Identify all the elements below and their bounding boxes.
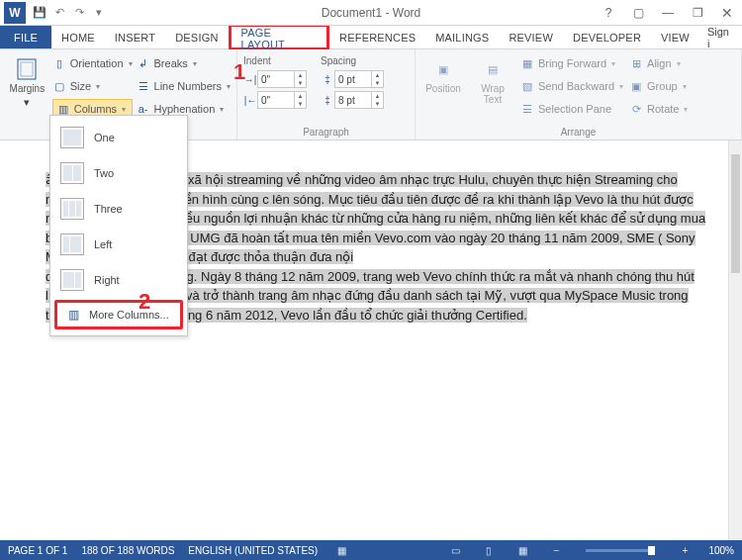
wrap-text-button[interactable]: ▤ Wrap Text	[471, 53, 514, 119]
columns-two-icon	[60, 162, 84, 184]
bring-forward-icon: ▦	[520, 56, 534, 70]
columns-one[interactable]: One	[50, 120, 187, 155]
minimize-button[interactable]: —	[653, 2, 683, 24]
tab-mailings[interactable]: MAILINGS	[425, 26, 499, 48]
paragraph-group-label: Paragraph	[237, 127, 415, 138]
ribbon-display-icon[interactable]: ▢	[623, 2, 653, 24]
breaks-icon: ↲	[137, 56, 150, 70]
tab-view[interactable]: VIEW	[651, 26, 699, 48]
tab-home[interactable]: HOME	[51, 26, 105, 48]
spacing-label: Spacing	[321, 55, 384, 66]
close-button[interactable]: ✕	[712, 2, 742, 24]
margins-icon	[13, 57, 41, 81]
tab-design[interactable]: DESIGN	[165, 26, 228, 48]
status-bar: PAGE 1 OF 1 188 OF 188 WORDS ENGLISH (UN…	[0, 540, 742, 560]
qat-customize-icon[interactable]: ▾	[89, 3, 109, 23]
svg-rect-1	[21, 62, 33, 76]
more-columns-icon: ▥	[65, 309, 81, 321]
size-icon: ▢	[52, 79, 66, 93]
position-button[interactable]: ▣ Position	[421, 53, 465, 119]
qat-save-icon[interactable]: 💾	[30, 3, 49, 23]
tab-developer[interactable]: DEVELOPER	[563, 26, 651, 48]
indent-right-icon: |←	[243, 93, 257, 107]
line-numbers-icon: ☰	[137, 79, 150, 93]
spacing-after-spinner[interactable]: ‡8 pt▲▼	[321, 91, 384, 109]
chevron-down-icon: ▾	[24, 96, 30, 109]
align-icon: ⊞	[629, 56, 643, 70]
line-numbers-button[interactable]: ☰Line Numbers▾	[137, 76, 231, 96]
send-backward-icon: ▧	[520, 79, 534, 93]
status-words[interactable]: 188 OF 188 WORDS	[81, 545, 174, 556]
indent-left-spinner[interactable]: →|0"▲▼	[243, 70, 307, 88]
size-button[interactable]: ▢Size▾	[52, 76, 133, 96]
view-read-icon[interactable]: ▭	[445, 545, 465, 556]
indent-label: Indent	[243, 55, 307, 66]
indent-right-spinner[interactable]: |←0"▲▼	[243, 91, 307, 109]
hyphenation-icon: a-	[137, 102, 150, 116]
align-button[interactable]: ⊞Align▾	[629, 53, 688, 73]
ribbon-tabs: FILE HOME INSERT DESIGN PAGE LAYOUT REFE…	[0, 26, 742, 49]
view-web-icon[interactable]: ▦	[512, 545, 532, 556]
spacing-before-icon: ‡	[321, 72, 334, 86]
group-icon: ▣	[629, 79, 643, 93]
status-language[interactable]: ENGLISH (UNITED STATES)	[188, 545, 318, 556]
zoom-in-button[interactable]: +	[675, 545, 695, 556]
zoom-slider[interactable]	[586, 549, 655, 552]
columns-right[interactable]: Right	[50, 262, 187, 298]
orientation-button[interactable]: ▯Orientation▾	[52, 53, 133, 73]
columns-three-icon	[60, 198, 84, 220]
zoom-level[interactable]: 100%	[708, 545, 734, 556]
view-print-icon[interactable]: ▯	[479, 545, 499, 556]
columns-left[interactable]: Left	[50, 227, 187, 262]
title-bar: W 💾 ↶ ↷ ▾ Document1 - Word ? ▢ — ❐ ✕	[0, 0, 742, 26]
selection-pane-button[interactable]: ☰Selection Pane	[520, 99, 623, 119]
rotate-icon: ⟳	[629, 102, 643, 116]
columns-icon: ▥	[56, 102, 70, 116]
group-button[interactable]: ▣Group▾	[629, 76, 688, 96]
breaks-button[interactable]: ↲Breaks▾	[137, 53, 231, 73]
status-page[interactable]: PAGE 1 OF 1	[8, 545, 67, 556]
columns-one-icon	[60, 127, 84, 148]
columns-dropdown: One Two Three Left Right ▥More Columns..…	[49, 115, 188, 336]
columns-left-icon	[60, 233, 84, 255]
send-backward-button[interactable]: ▧Send Backward▾	[520, 76, 623, 96]
tab-page-layout[interactable]: PAGE LAYOUT	[232, 27, 326, 50]
tab-file[interactable]: FILE	[0, 26, 51, 48]
help-icon[interactable]: ?	[594, 2, 623, 24]
zoom-out-button[interactable]: −	[546, 545, 566, 556]
arrange-group-label: Arrange	[416, 127, 741, 138]
vertical-scrollbar[interactable]	[728, 140, 742, 540]
wrap-text-icon: ▤	[479, 57, 507, 81]
position-icon: ▣	[429, 57, 457, 81]
spacing-after-icon: ‡	[321, 93, 334, 107]
spacing-before-spinner[interactable]: ‡0 pt▲▼	[321, 70, 384, 88]
restore-button[interactable]: ❐	[683, 2, 712, 24]
columns-two[interactable]: Two	[50, 155, 187, 191]
bring-forward-button[interactable]: ▦Bring Forward▾	[520, 53, 623, 73]
tab-review[interactable]: REVIEW	[499, 26, 563, 48]
columns-three[interactable]: Three	[50, 191, 187, 227]
margins-button[interactable]: Margins ▾	[6, 53, 48, 119]
tab-insert[interactable]: INSERT	[105, 26, 165, 48]
qat-undo-icon[interactable]: ↶	[49, 3, 69, 23]
indent-left-icon: →|	[243, 72, 257, 86]
tab-references[interactable]: REFERENCES	[329, 26, 425, 48]
sign-in-link[interactable]: Sign i	[699, 26, 742, 48]
selection-pane-icon: ☰	[520, 102, 534, 116]
window-title: Document1 - Word	[322, 6, 420, 20]
more-columns[interactable]: ▥More Columns...	[57, 303, 180, 327]
qat-redo-icon[interactable]: ↷	[69, 3, 89, 23]
status-macro-icon[interactable]: ▦	[331, 545, 351, 556]
rotate-button[interactable]: ⟳Rotate▾	[629, 99, 688, 119]
word-app-icon: W	[4, 2, 26, 24]
orientation-icon: ▯	[52, 56, 66, 70]
columns-right-icon	[60, 269, 84, 291]
